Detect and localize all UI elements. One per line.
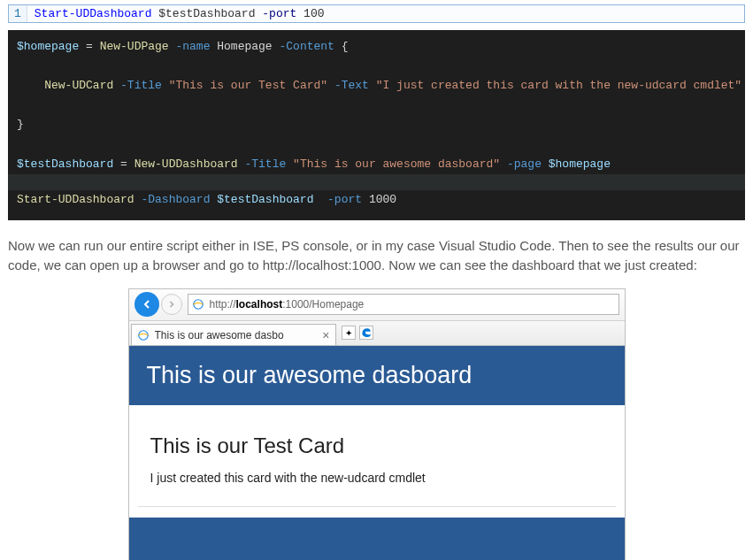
token-number: 100 xyxy=(304,7,324,20)
url-rest: :1000/Homepage xyxy=(282,298,364,311)
token-command: New-UDDashboard xyxy=(134,157,238,171)
card-text: I just created this card with the new-ud… xyxy=(150,471,603,485)
token-brace: } xyxy=(17,118,24,131)
new-tab-button[interactable]: ✦ xyxy=(342,326,356,340)
ie-icon xyxy=(192,298,204,311)
back-button[interactable] xyxy=(134,292,159,317)
token-number: 1000 xyxy=(369,193,396,206)
page-content: This is our awesome dasboard This is our… xyxy=(129,346,625,560)
svg-point-1 xyxy=(138,331,148,341)
token-variable: $testDashboard xyxy=(17,157,113,171)
forward-button[interactable] xyxy=(161,294,182,315)
token-variable: $homepage xyxy=(549,157,611,171)
token-param: -port xyxy=(313,193,368,206)
dashboard-header: This is our awesome dasboard xyxy=(129,346,625,405)
token-op: = xyxy=(79,40,99,53)
tab-title: This is our awesome dasbo xyxy=(155,329,318,341)
token-param: -Text xyxy=(327,79,376,92)
ud-card: This is our Test Card I just created thi… xyxy=(138,425,616,507)
edge-button[interactable] xyxy=(359,326,373,340)
url-host: localhost xyxy=(236,298,283,311)
token-variable: $testDashboard xyxy=(158,7,255,20)
token-op: = xyxy=(113,157,134,171)
token-param: -name xyxy=(169,40,218,53)
token-command: New-UDCard xyxy=(44,79,113,92)
arrow-right-icon xyxy=(166,299,177,310)
token-string: "This is our Test Card" xyxy=(169,79,327,92)
svg-point-0 xyxy=(193,300,203,310)
token-arg: Homepage xyxy=(217,40,272,53)
token-command: New-UDPage xyxy=(100,40,169,53)
line-number: 1 xyxy=(9,5,27,22)
tab-actions: ✦ xyxy=(336,326,373,340)
token-command: Start-UDDashboard xyxy=(17,193,134,206)
close-icon[interactable]: × xyxy=(322,328,329,342)
card-area: This is our Test Card I just created thi… xyxy=(129,405,625,507)
token-command: Start-UDDashboard xyxy=(35,7,152,20)
token-variable: $homepage xyxy=(17,40,79,53)
article-paragraph: Now we can run our entire script either … xyxy=(8,236,745,276)
token-param: -Title xyxy=(113,79,168,92)
ie-icon xyxy=(137,329,150,341)
token-variable: $testDashboard xyxy=(217,193,313,206)
arrow-left-icon xyxy=(140,297,154,311)
token-brace: { xyxy=(342,40,349,53)
token-param: -Content xyxy=(273,40,342,53)
tab-strip: This is our awesome dasbo × ✦ xyxy=(129,321,625,346)
token-param: -Title xyxy=(238,157,293,171)
cursor-line xyxy=(8,174,745,190)
browser-nav: http://localhost:1000/Homepage xyxy=(129,289,625,321)
token-param: -Dashboard xyxy=(134,193,218,206)
new-tab-icon: ✦ xyxy=(345,328,352,338)
address-bar[interactable]: http://localhost:1000/Homepage xyxy=(188,294,619,315)
token-string: "I just created this card with the new-u… xyxy=(376,79,741,92)
browser-tab[interactable]: This is our awesome dasbo × xyxy=(131,324,336,345)
edge-icon xyxy=(360,326,373,339)
dark-code-block: $homepage = New-UDPage -name Homepage -C… xyxy=(8,30,745,220)
inline-code-box: 1 Start-UDDashboard $testDashboard -port… xyxy=(8,4,745,23)
token-string: "This is our awesome dasboard" xyxy=(293,157,500,171)
token-parameter: -port xyxy=(262,7,296,20)
card-title: This is our Test Card xyxy=(150,433,603,458)
code-line: Start-UDDashboard $testDashboard -port 1… xyxy=(27,5,332,22)
url-prefix: http:// xyxy=(210,298,236,311)
browser-screenshot: http://localhost:1000/Homepage This is o… xyxy=(128,288,626,560)
dashboard-footer xyxy=(129,518,625,560)
token-param: -page xyxy=(500,157,549,171)
